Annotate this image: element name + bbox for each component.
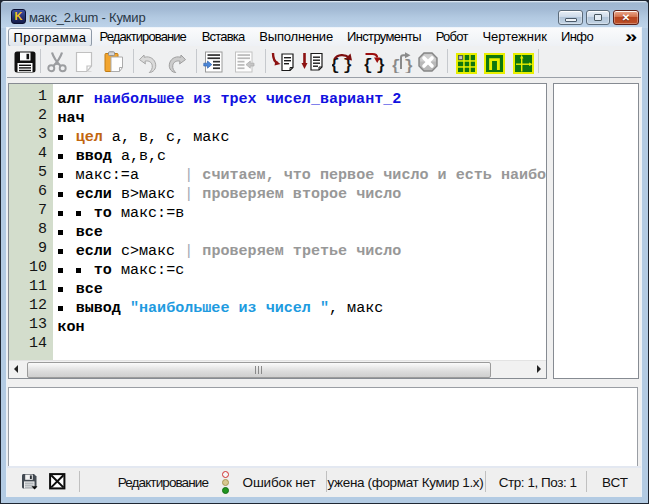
svg-text:{: { — [392, 58, 401, 73]
svg-text:{: { — [363, 57, 373, 73]
svg-text:}: } — [404, 58, 414, 73]
svg-text:{: { — [332, 57, 340, 73]
